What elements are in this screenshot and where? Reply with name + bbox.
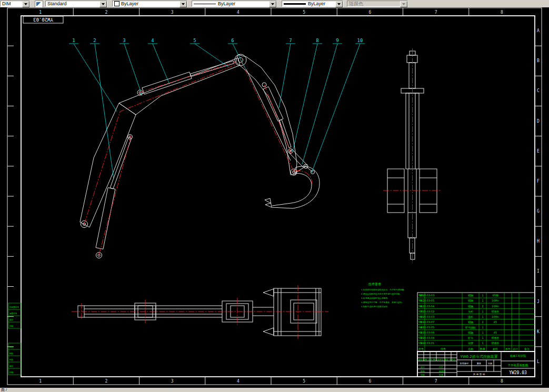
chevron-down-icon xyxy=(102,3,105,5)
bom-cell: YW20.03-07 xyxy=(418,320,434,324)
zone-label-top: 2 xyxy=(105,10,107,15)
color-combo-arrow-button[interactable] xyxy=(179,1,187,7)
bom-cell: YW20.03-04 xyxy=(418,305,434,308)
balloon-number: 4 xyxy=(151,38,154,43)
balloon-number: 9 xyxy=(336,38,338,43)
zone-label-right: F xyxy=(537,179,540,184)
margin-cell: 分区 xyxy=(9,359,14,361)
dim-combo[interactable]: DIM xyxy=(0,1,30,7)
margin-cell: 日期 xyxy=(9,371,14,374)
bom-cell: YW20.03.05 xyxy=(418,326,434,329)
zone-label-top: 6 xyxy=(368,10,371,15)
stage-label: 阶段标记 xyxy=(460,362,468,365)
bom-header-cell: 备注 xyxy=(524,347,530,350)
zone-label-right: J xyxy=(537,299,540,304)
notes-body: 1.各铰接处装配后应转动灵活，不得有卡滞现象。2.液压缸装配前应清洗干净并进行密… xyxy=(361,288,406,308)
zone-label-top: 7 xyxy=(435,10,437,15)
color-combo[interactable]: ByLayer xyxy=(112,1,187,7)
plot-style-combo-value: 随颜色 xyxy=(349,1,363,7)
dim-combo-value: DIM xyxy=(2,1,11,6)
bom-cell: 1 xyxy=(482,315,483,318)
bom-cell: 1 xyxy=(482,294,483,297)
linetype-combo[interactable]: ByLayer xyxy=(192,1,277,7)
bom-cell: 1 xyxy=(482,331,483,334)
bom-cell: 16Mn xyxy=(492,299,499,302)
margin-cell: 旧底图总号 xyxy=(9,306,19,308)
bom-cell: 铲斗油缸 xyxy=(465,326,476,329)
bom-cell: YW20.03-06 xyxy=(418,331,434,334)
zone-label-right: G xyxy=(537,209,540,214)
zone-label-top: 4 xyxy=(237,10,239,15)
zone-label-top: 3 xyxy=(171,10,174,15)
balloon-number: 10 xyxy=(357,38,363,43)
sign-label: 工艺 xyxy=(439,366,443,368)
status-bar: 圆 / xyxy=(0,388,549,392)
bom-cell: 45 xyxy=(494,320,497,324)
zone-label-top: 8 xyxy=(501,10,503,15)
chevron-down-icon xyxy=(182,3,185,5)
bom-cell: 2 xyxy=(482,305,483,308)
sheet-number-label: YW20.03 xyxy=(33,17,53,22)
margin-cell: 标记 xyxy=(9,346,14,348)
bom-cell: 1 xyxy=(482,336,483,339)
bom-cell: YW20.03.04 xyxy=(418,336,434,339)
zone-label-bottom: 1 xyxy=(39,379,42,384)
bom-cell: YW20.03-05 xyxy=(418,299,434,302)
text-style-icon[interactable] xyxy=(35,1,43,8)
balloon-number: 8 xyxy=(316,38,318,43)
bom-cell: 焊接件 xyxy=(492,310,500,313)
style-glyph-icon xyxy=(36,2,41,6)
text-style-combo[interactable]: Standard xyxy=(45,1,107,7)
drawing-number: YW20.03 xyxy=(509,370,527,375)
dim-combo-arrow-button[interactable] xyxy=(22,1,29,7)
sheet-frame xyxy=(7,8,542,385)
bom-cell: 16Mn xyxy=(492,315,499,318)
lineweight-combo-arrow-button[interactable] xyxy=(335,1,343,7)
bom-cell: 焊接件 xyxy=(492,336,500,339)
zone-label-right: K xyxy=(537,329,540,334)
bom-cell: YW20.03.02 xyxy=(418,310,434,313)
drawing-canvas[interactable]: 1122334455667788ABCDEFGHIJKL YW20.03 旧底图… xyxy=(0,7,549,388)
bom-cell: 1 xyxy=(482,341,483,345)
zone-label-bottom: 6 xyxy=(368,379,371,384)
linetype-sample-icon xyxy=(194,4,216,4)
bom-cell: 连杆 xyxy=(468,315,473,318)
zone-label-bottom: 5 xyxy=(303,379,305,384)
organization-name: 机械工程学院 xyxy=(510,354,526,358)
chevron-down-icon xyxy=(402,3,405,5)
balloon-number: 7 xyxy=(289,38,292,43)
bom-cell: 45钢 xyxy=(492,294,498,297)
scale-label: 比例 xyxy=(488,362,492,365)
zone-label-right: I xyxy=(537,269,540,274)
front-view-geometry xyxy=(387,51,437,259)
zone-label-top: 5 xyxy=(303,10,305,15)
lineweight-combo[interactable]: ByLayer xyxy=(282,1,343,7)
text-style-combo-arrow-button[interactable] xyxy=(99,1,107,7)
bom-cell: 铲斗 xyxy=(468,336,473,339)
lineweight-sample-icon xyxy=(284,3,306,5)
item-balloons: 12345678910 xyxy=(69,38,365,179)
bom-cell: 16Mn xyxy=(492,305,499,308)
product-title: YW0.2抓斗式挖掘装置 xyxy=(460,355,497,359)
margin-tables: 旧底图总号底图总号签字日期标记处数分区签字日期 xyxy=(8,303,21,375)
zone-grid: 1122334455667788ABCDEFGHIJKL xyxy=(7,8,542,385)
plot-style-combo: 随颜色 xyxy=(347,1,408,7)
zone-label-bottom: 4 xyxy=(237,379,239,384)
front-view-centerlines xyxy=(383,48,441,263)
zone-label-right: E xyxy=(537,149,540,154)
sign-label: 校核 xyxy=(420,370,425,373)
zone-label-top: 1 xyxy=(39,10,42,15)
technical-notes: 技术要求 1.各铰接处装配后应转动灵活，不得有卡滞现象。2.液压缸装配前应清洗干… xyxy=(361,282,406,308)
bom-header-cell: 序号 xyxy=(418,347,424,351)
bom-cell: 斗杆 xyxy=(468,310,473,313)
bom-cell: 1 xyxy=(482,326,483,329)
chevron-down-icon xyxy=(271,3,274,5)
weight-label: 重量 xyxy=(476,362,481,365)
drawing-title: 工作装置装配图 xyxy=(508,364,528,367)
bom-cell: 动臂 xyxy=(468,341,473,345)
plan-view-geometry xyxy=(78,288,321,336)
linetype-combo-arrow-button[interactable] xyxy=(269,1,276,7)
bom-cell: 焊接件 xyxy=(492,341,500,345)
zone-label-bottom: 8 xyxy=(501,379,503,384)
bom-header-cell: 单件 xyxy=(505,347,511,350)
